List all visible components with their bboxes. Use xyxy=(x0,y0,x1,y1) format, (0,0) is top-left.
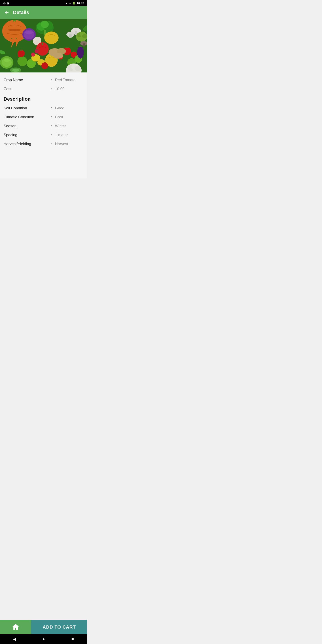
cost-label: Cost xyxy=(4,87,48,91)
crop-name-colon: : xyxy=(48,78,55,82)
season-colon: : xyxy=(48,124,55,128)
veggie-collage-svg xyxy=(0,19,87,72)
status-left: ⊙ ▣ xyxy=(3,1,10,5)
wifi-icon: ▲ xyxy=(65,2,68,5)
spacing-colon: : xyxy=(48,133,55,137)
hero-image xyxy=(0,19,87,72)
season-value: Winter xyxy=(55,124,84,128)
harvest-colon: : xyxy=(48,142,55,146)
soil-condition-row: Soil Condition : Good xyxy=(4,104,84,113)
crop-name-label: Crop Name xyxy=(4,78,48,82)
signal-icon: ▲ xyxy=(69,2,71,4)
season-row: Season : Winter xyxy=(4,122,84,130)
climatic-condition-label: Climatic Condition xyxy=(4,115,48,120)
spacing-label: Spacing xyxy=(4,133,48,137)
crop-name-value: Red Tomato xyxy=(55,78,84,82)
spacer xyxy=(4,148,84,175)
cost-row: Cost : 10.00 xyxy=(4,84,84,94)
soil-condition-label: Soil Condition xyxy=(4,106,48,110)
content-area: Crop Name : Red Tomato Cost : 10.00 Desc… xyxy=(0,72,87,178)
harvest-row: Harvest/Yielding : Harvest xyxy=(4,140,84,148)
season-label: Season xyxy=(4,124,48,128)
cost-value: 10.00 xyxy=(55,87,84,91)
svg-rect-57 xyxy=(0,19,87,72)
harvest-label: Harvest/Yielding xyxy=(4,142,48,146)
page-title: Details xyxy=(13,10,29,16)
status-right: ▲ ▲ 🔋 10:45 xyxy=(65,2,84,5)
sim-icon: ▣ xyxy=(7,2,10,5)
climatic-condition-value: Cool xyxy=(55,115,84,120)
status-bar: ⊙ ▣ ▲ ▲ 🔋 10:45 xyxy=(0,0,87,6)
soil-condition-colon: : xyxy=(48,106,55,110)
spacing-row: Spacing : 1 meter xyxy=(4,130,84,140)
circle-icon: ⊙ xyxy=(3,1,6,5)
back-button[interactable] xyxy=(3,9,10,16)
soil-condition-value: Good xyxy=(55,106,84,110)
back-arrow-icon xyxy=(4,10,10,15)
battery-icon: 🔋 xyxy=(72,2,76,5)
top-bar: Details xyxy=(0,6,87,19)
crop-name-row: Crop Name : Red Tomato xyxy=(4,76,84,84)
description-header: Description xyxy=(4,94,84,104)
climatic-condition-row: Climatic Condition : Cool xyxy=(4,113,84,122)
harvest-value: Harvest xyxy=(55,142,84,146)
climatic-condition-colon: : xyxy=(48,115,55,120)
time-display: 10:45 xyxy=(77,2,84,5)
cost-colon: : xyxy=(48,87,55,91)
spacing-value: 1 meter xyxy=(55,133,84,137)
